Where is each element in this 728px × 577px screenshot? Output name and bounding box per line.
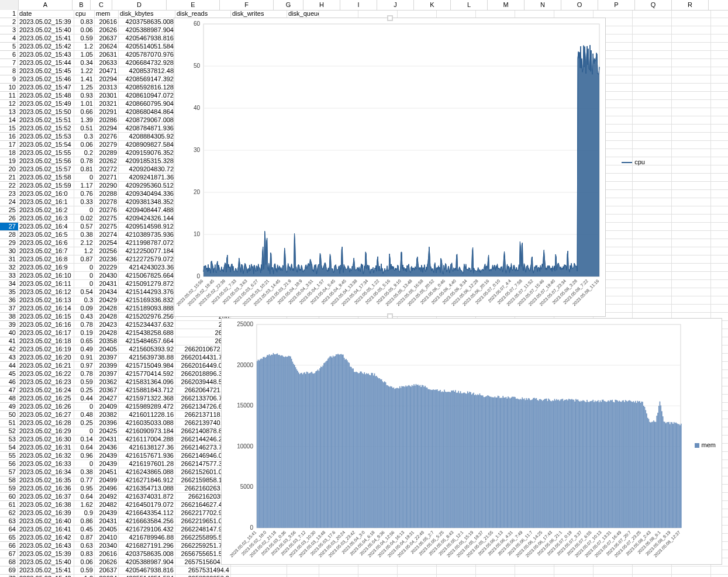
cell[interactable]: 4216271846.912 — [119, 476, 175, 484]
cell[interactable]: 4216643354.112 — [119, 509, 175, 517]
cell[interactable] — [672, 67, 711, 75]
cell[interactable] — [672, 231, 711, 239]
cell[interactable]: 4212272579.072 — [119, 255, 175, 263]
cell[interactable]: 2023.05.02_16:13 — [18, 296, 74, 304]
cell[interactable]: 4216011228.16 — [119, 411, 175, 419]
cell[interactable]: 20439 — [95, 509, 119, 517]
cell[interactable] — [711, 141, 728, 148]
cell[interactable] — [287, 575, 319, 577]
cell[interactable] — [633, 149, 672, 157]
cell[interactable] — [672, 190, 711, 198]
cell[interactable]: 20428 — [95, 305, 119, 312]
cell[interactable] — [711, 116, 728, 124]
cell[interactable] — [594, 566, 633, 574]
cell[interactable]: 0.83 — [74, 18, 95, 26]
cell[interactable] — [672, 75, 711, 83]
cell[interactable] — [711, 223, 728, 230]
cell[interactable] — [437, 575, 476, 577]
cell[interactable]: 4215715049.984 — [119, 362, 175, 369]
cell[interactable]: 0 — [74, 280, 95, 288]
cell[interactable]: 20340 — [95, 542, 119, 550]
cell[interactable]: 0 — [74, 264, 95, 271]
cell[interactable]: 20624 — [95, 575, 119, 577]
cell[interactable] — [594, 575, 633, 577]
cell[interactable] — [633, 51, 672, 58]
cell[interactable] — [476, 566, 515, 574]
row-header[interactable]: 56 — [0, 460, 18, 468]
cell[interactable] — [672, 288, 711, 296]
row-header[interactable]: 70 — [0, 575, 18, 577]
cell[interactable] — [711, 84, 728, 91]
column-header[interactable]: P — [598, 0, 635, 10]
cell[interactable]: 2023.05.02_15:57 — [18, 165, 74, 173]
cell[interactable]: 20278 — [95, 198, 119, 206]
cell[interactable] — [672, 223, 711, 230]
row-header[interactable]: 8 — [0, 67, 18, 75]
cell[interactable]: 20362 — [95, 378, 119, 386]
cell[interactable] — [633, 43, 672, 50]
cell[interactable]: 2023.05.02_15:48 — [18, 92, 74, 99]
cell[interactable]: 20274 — [95, 231, 119, 239]
cell[interactable]: 2023.05.02_16:7 — [18, 247, 74, 255]
cell[interactable]: 2023.05.02_16:15 — [18, 313, 74, 320]
cell[interactable] — [711, 67, 728, 75]
cell[interactable]: 2023.05.02_15:42 — [18, 575, 74, 577]
cell[interactable]: 4210389735.936 — [119, 231, 175, 239]
cell[interactable]: 0.02 — [74, 215, 95, 222]
cell[interactable]: 2.12 — [74, 239, 95, 247]
row-header[interactable]: 28 — [0, 231, 18, 239]
cell[interactable]: 4215202976.256 — [119, 313, 175, 320]
cell[interactable] — [711, 255, 728, 263]
row-header[interactable]: 27 — [0, 223, 18, 231]
column-header[interactable]: F — [220, 0, 274, 10]
cell[interactable]: 0.25 — [74, 386, 95, 394]
cell[interactable] — [437, 566, 476, 574]
cell[interactable]: 20430 — [95, 272, 119, 279]
row-header[interactable]: 50 — [0, 411, 18, 419]
cell[interactable]: 20399 — [95, 362, 119, 369]
cell[interactable]: 2023.05.02_16:31 — [18, 444, 74, 451]
column-header[interactable]: M — [488, 0, 525, 10]
cell[interactable]: 0 — [74, 206, 95, 214]
row-header[interactable]: 44 — [0, 362, 18, 370]
cell[interactable]: 4208729067.008 — [119, 116, 175, 124]
row-header[interactable]: 38 — [0, 313, 18, 321]
cell[interactable]: 4215989289.472 — [119, 403, 175, 410]
cell[interactable]: 0.54 — [74, 288, 95, 296]
cell[interactable]: 4215605393.92 — [119, 345, 175, 353]
cell[interactable]: 20254 — [95, 239, 119, 247]
row-header[interactable]: 61 — [0, 501, 18, 509]
cell[interactable]: 0.06 — [74, 141, 95, 148]
row-header[interactable]: 15 — [0, 125, 18, 133]
cell[interactable] — [633, 125, 672, 132]
select-all-corner[interactable] — [0, 0, 19, 10]
cell[interactable] — [711, 59, 728, 67]
cell[interactable]: 20286 — [95, 116, 119, 124]
cell[interactable] — [711, 231, 728, 239]
row-header[interactable]: 62 — [0, 509, 18, 517]
cell[interactable]: 20276 — [95, 133, 119, 140]
cell[interactable]: 20637 — [95, 566, 119, 574]
cell[interactable]: 4216729106.432 — [119, 526, 175, 533]
cell[interactable]: 2023.05.02_16:8 — [18, 255, 74, 263]
cell[interactable] — [515, 575, 554, 577]
cell[interactable] — [672, 165, 711, 173]
cell[interactable] — [633, 133, 672, 140]
cell[interactable]: 20276 — [95, 206, 119, 214]
cell[interactable]: 0.45 — [74, 526, 95, 533]
cell[interactable]: 0.2 — [74, 149, 95, 157]
cell[interactable]: 4216374031.872 — [119, 493, 175, 500]
cell[interactable]: 20382 — [95, 411, 119, 419]
cell[interactable] — [711, 133, 728, 140]
cell[interactable]: 0.09 — [74, 305, 95, 312]
cell[interactable]: 2023.05.02_16:25 — [18, 395, 74, 402]
cell[interactable]: disk_queue — [287, 10, 319, 18]
cell[interactable]: 4208610947.072 — [119, 92, 175, 99]
cell[interactable]: 20301 — [95, 92, 119, 99]
cell[interactable]: 2023.05.02_16:1 — [18, 198, 74, 206]
cell[interactable]: 20291 — [95, 108, 119, 116]
row-header[interactable]: 34 — [0, 280, 18, 288]
cell[interactable]: 2023.05.02_16:5 — [18, 231, 74, 239]
cell[interactable] — [711, 215, 728, 222]
cell[interactable]: 4215438258.688 — [119, 329, 175, 337]
